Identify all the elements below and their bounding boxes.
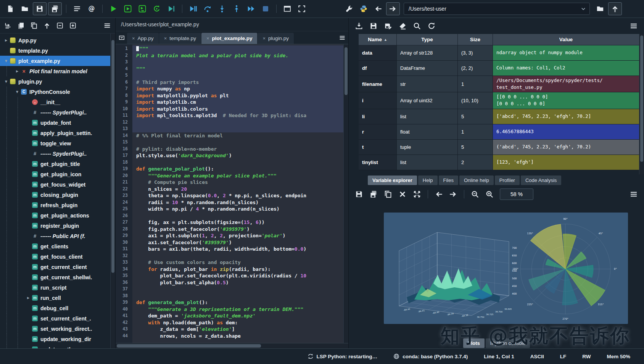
browse-tabs-button[interactable] — [116, 33, 127, 43]
chevron-right-icon[interactable]: ▸ — [3, 38, 9, 43]
collapse-all-button[interactable] — [54, 20, 66, 31]
back-button[interactable] — [372, 3, 385, 15]
variable-value[interactable]: ['abcd', 745, 2.23, 'efgh', 70.2] — [493, 109, 639, 124]
outline-item-spyderplugi[interactable]: #------ SpyderPlugi.. — [0, 148, 115, 159]
save-plot-button[interactable] — [353, 188, 365, 200]
variable-value[interactable]: Column names: Col1, Col2 — [493, 61, 639, 76]
run-cell-button[interactable] — [121, 3, 134, 15]
scrollbar-thumb[interactable] — [345, 47, 348, 95]
find-symbols-button[interactable]: @ — [85, 3, 98, 15]
code-line-11[interactable]: 11import mpl_toolkits.mplot3d # Needed f… — [116, 112, 348, 119]
code-line-14[interactable]: 14# %% Plot final terrain model — [116, 132, 348, 139]
remove-plot-button[interactable] — [396, 188, 409, 200]
code-line-37[interactable]: 37 — [116, 286, 348, 293]
editor-scrollbar-horizontal[interactable] — [116, 343, 348, 348]
tab-variable-explorer[interactable]: Variable explorer — [368, 176, 417, 185]
save-data-button[interactable] — [367, 20, 380, 32]
run-file-button[interactable] — [107, 3, 120, 15]
outline-item-update-path[interactable]: mupdate_path — [0, 344, 115, 348]
tab-ipython-console[interactable]: IPython console — [486, 338, 530, 348]
save-all-button[interactable] — [48, 2, 62, 15]
zoom-out-button[interactable] — [469, 188, 481, 200]
code-line-40[interactable]: 40 """Generate a 3D reprisentation of a … — [116, 306, 348, 313]
run-cell-and-advance-button[interactable] — [136, 3, 149, 15]
outline-item-plot-example-py[interactable]: ▾plot_example.py — [0, 56, 115, 66]
outline-item-update-working-dir[interactable]: mupdate_working_dir — [0, 334, 115, 344]
outline-scrollbar[interactable] — [110, 34, 115, 348]
variable-row-tinylist[interactable]: tinylistlist2[123, 'efgh'] — [359, 155, 639, 170]
chevron-down-icon[interactable]: ▾ — [14, 89, 20, 94]
outline-item-get-focus-client[interactable]: mget_focus_client — [0, 251, 115, 262]
outline-item-apply-plugin-settin[interactable]: mapply_plugin_settin. — [0, 128, 115, 138]
code-line-33[interactable]: 33 # Use custom colors and opacity — [116, 259, 348, 266]
save-file-button[interactable] — [33, 2, 47, 15]
fit-plot-to-window-button[interactable] — [411, 188, 423, 200]
variable-table-scrollbar[interactable] — [639, 34, 644, 174]
tab-files[interactable]: Files — [439, 176, 458, 185]
variable-row-df[interactable]: dfDataFrame(2, 2)Column names: Col1, Col… — [359, 61, 639, 76]
tab-help[interactable]: Help — [418, 176, 438, 185]
search-variable-button[interactable] — [411, 20, 423, 32]
code-line-27[interactable]: 27 fig, ax = plt.subplots(figsize=(15, 6… — [116, 219, 348, 226]
outline-item-refresh-plugin[interactable]: mrefresh_plugin — [0, 200, 115, 210]
tab-plugin-py[interactable]: ×plugin.py — [258, 33, 294, 44]
code-line-6[interactable]: 6# Third party imports — [116, 79, 348, 86]
forward-button[interactable] — [386, 2, 400, 15]
code-line-10[interactable]: 10import matplotlib.colors — [116, 106, 348, 113]
code-line-23[interactable]: 23 theta = np.linspace(0.0, 2 * np.pi, n… — [116, 192, 348, 199]
code-line-34[interactable]: 34 for radius, plot_bar in zip(radii, ba… — [116, 266, 348, 273]
code-line-43[interactable]: 43 z_data = dem['elevation'] — [116, 326, 348, 333]
new-file-button[interactable] — [4, 3, 17, 15]
code-line-28[interactable]: 28 fig.patch.set_facecolor('#395979') — [116, 226, 348, 233]
show-all-files-button[interactable] — [28, 20, 40, 31]
variable-value[interactable]: /Users/Documents/spyder/spyder/tests/ te… — [493, 76, 639, 92]
preferences-button[interactable] — [343, 3, 356, 15]
outline-item-register-plugin[interactable]: mregister_plugin — [0, 221, 115, 231]
code-line-39[interactable]: 39def generate_dem_plot(): — [116, 299, 348, 306]
tab-close-icon[interactable]: × — [206, 35, 209, 41]
plots-options-button[interactable] — [627, 188, 640, 200]
variable-row-i[interactable]: iArray of uint32(10, 10)[[0 0 0 ... 0 0 … — [359, 92, 639, 109]
chevron-down-icon[interactable]: ▾ — [3, 79, 9, 84]
variable-value[interactable]: [[0 0 0 ... 0 0 0] [0 0 0 ... 0 0 0] — [493, 92, 639, 109]
code-line-32[interactable]: 32 — [116, 253, 348, 259]
chevron-down-icon[interactable] — [579, 6, 588, 11]
code-line-4[interactable]: 4""" — [116, 66, 348, 72]
tab-app-py[interactable]: ×App.py — [127, 33, 159, 44]
outline-item-run-cell[interactable]: ▸mrun_cell — [0, 293, 115, 303]
code-line-9[interactable]: 9import matplotlib.cm — [116, 99, 348, 106]
column-header-type[interactable]: Type — [397, 34, 458, 45]
column-header-size[interactable]: Size — [458, 34, 493, 45]
code-editor[interactable]: 1"""2Plot a terrain model and a polar pl… — [116, 44, 348, 343]
outline-item-run-script[interactable]: mrun_script — [0, 282, 115, 293]
code-line-12[interactable]: 12 — [116, 119, 348, 126]
outline-item-plugin-py[interactable]: ▾plugin.py — [0, 76, 115, 87]
chevron-down-icon[interactable]: ▾ — [3, 58, 9, 63]
editor-options-button[interactable] — [337, 33, 348, 43]
next-plot-button[interactable] — [447, 188, 460, 200]
code-line-25[interactable]: 25 width = np.pi / 4 * np.random.rand(n_… — [116, 206, 348, 213]
variable-value[interactable]: ('abcd', 745, 2.23, 'efgh', 70.2) — [493, 140, 639, 155]
outline-options-button[interactable] — [101, 20, 113, 31]
code-line-26[interactable]: 26 — [116, 213, 348, 219]
code-line-15[interactable]: 15 — [116, 139, 348, 146]
step-over-button[interactable] — [201, 3, 214, 15]
scrollbar-thumb[interactable] — [111, 40, 114, 273]
refresh-variables-button[interactable] — [425, 20, 438, 32]
copy-plot-button[interactable] — [382, 188, 394, 200]
open-file-button[interactable] — [18, 3, 31, 15]
tab-profiler[interactable]: Profiler — [495, 176, 520, 185]
outline-item-toggle-view[interactable]: mtoggle_view — [0, 138, 115, 148]
code-line-41[interactable]: 41 dem_path = 'jacksboro_fault_dem.npz' — [116, 312, 348, 319]
parent-directory-button[interactable] — [608, 2, 622, 15]
code-line-29[interactable]: 29 ax1 = plt.subplot(1, 2, 2, projection… — [116, 232, 348, 239]
variable-value[interactable]: ndarray object of numpy module — [493, 45, 639, 61]
step-into-button[interactable] — [216, 3, 229, 15]
variable-explorer-options-button[interactable] — [627, 20, 640, 32]
zoom-level[interactable]: 58 % — [500, 188, 533, 200]
code-line-17[interactable]: 17plt.style.use('dark_background') — [116, 152, 348, 159]
variable-row-data[interactable]: dataArray of str128(3, 3)ndarray object … — [359, 45, 639, 61]
column-header-value[interactable]: Value — [493, 34, 639, 45]
fullscreen-mode-button[interactable] — [295, 3, 308, 15]
python-path-manager-button[interactable] — [357, 3, 370, 15]
